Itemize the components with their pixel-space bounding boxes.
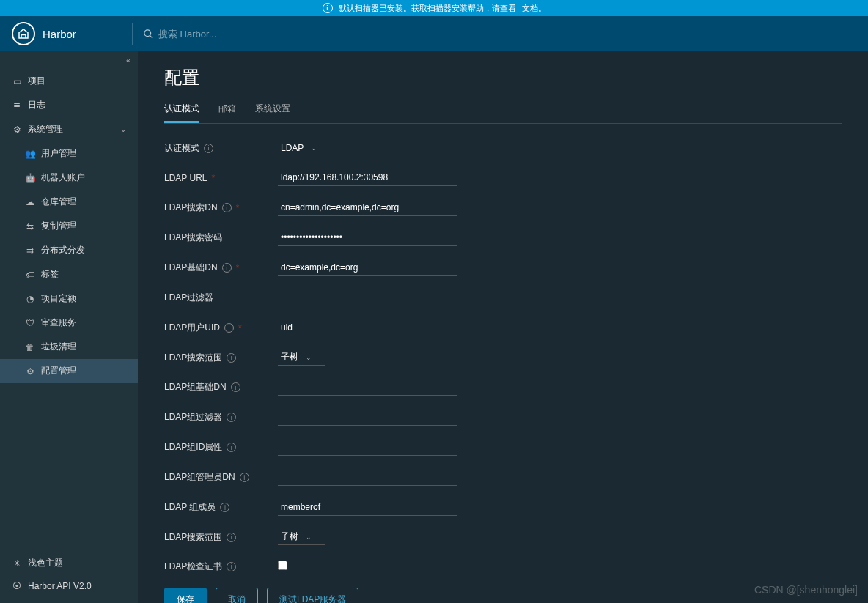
sidebar-item-label: 项目 [28,75,45,87]
sidebar-item-label: 复制管理 [41,220,76,232]
tag-icon: 🏷 [25,270,35,280]
chevron-down-icon: ⌄ [306,354,312,361]
ldap-verify-cert-checkbox[interactable] [278,561,287,570]
distribute-icon: ⇉ [25,245,35,256]
sidebar-item-api[interactable]: ⦿Harbor API V2.0 [0,575,138,597]
info-icon[interactable]: i [220,503,229,512]
info-icon[interactable]: i [240,473,249,482]
ldap-base-dn-input[interactable] [278,259,457,276]
cancel-button[interactable]: 取消 [216,588,258,603]
divider [132,23,133,45]
robot-icon: 🤖 [25,173,35,183]
ldap-search-dn-input[interactable] [278,199,457,216]
sidebar-item-robot[interactable]: 🤖机器人账户 [0,166,138,190]
ldap-search-pwd-input[interactable] [278,229,457,246]
ldap-group-base-dn-input[interactable] [278,379,457,396]
page-title: 配置 [164,66,842,89]
info-icon[interactable]: i [227,443,236,452]
ldap-group-admin-dn-input[interactable] [278,469,457,486]
projects-icon: ▭ [12,76,22,86]
sidebar-item-config[interactable]: ⚙配置管理 [0,359,138,383]
label-ldap-search-pwd: LDAP搜索密码 [164,232,222,244]
ldap-scope-select[interactable]: 子树⌄ [278,349,325,366]
label-ldap-base-dn: LDAP基础DN [164,262,218,274]
search-box[interactable] [143,29,856,40]
sidebar-item-audit[interactable]: 🛡审查服务 [0,311,138,335]
ldap-group-id-input[interactable] [278,439,457,456]
info-icon[interactable]: i [227,562,236,571]
sidebar-item-users[interactable]: 👥用户管理 [0,141,138,166]
chevron-down-icon: ⌄ [306,533,312,541]
required-marker: * [238,323,242,333]
auth-mode-select[interactable]: LDAP⌄ [278,141,330,155]
collapse-sidebar-button[interactable]: « [0,51,138,69]
label-ldap-filter: LDAP过滤器 [164,292,213,304]
sun-icon: ☀ [12,558,22,569]
users-icon: 👥 [25,149,35,159]
label-ldap-scope: LDAP搜索范围 [164,352,222,364]
app-name: Harbor [43,28,76,40]
label-ldap-group-base-dn: LDAP组基础DN [164,381,227,393]
sidebar-item-replicate[interactable]: ⇆复制管理 [0,214,138,238]
info-icon[interactable]: i [227,413,236,422]
sidebar-item-quota[interactable]: ◔项目定额 [0,286,138,311]
tab-auth[interactable]: 认证模式 [164,103,199,123]
sidebar-item-label: 配置管理 [41,365,76,377]
test-ldap-button[interactable]: 测试LDAP服务器 [267,588,358,603]
quota-icon: ◔ [25,294,35,304]
info-icon[interactable]: i [227,533,236,542]
sidebar-item-label: 日志 [28,99,45,111]
ldap-scope2-select[interactable]: 子树⌄ [278,529,325,545]
label-ldap-uid: LDAP用户UID [164,322,220,334]
sidebar-item-tags[interactable]: 🏷标签 [0,262,138,286]
sidebar-item-gc[interactable]: 🗑垃圾清理 [0,335,138,359]
label-ldap-group-member: LDAP 组成员 [164,501,216,514]
label-ldap-group-filter: LDAP组过滤器 [164,411,222,423]
tabs: 认证模式 邮箱 系统设置 [164,103,842,124]
harbor-logo-icon [12,22,35,45]
search-input[interactable] [158,29,378,40]
svg-point-0 [144,29,151,36]
ldap-url-input[interactable] [278,169,457,186]
sidebar-item-label: Harbor API V2.0 [28,581,92,591]
admin-icon: ⚙ [12,125,22,135]
sidebar-item-label: 审查服务 [41,317,76,329]
sidebar-item-label: 系统管理 [28,123,63,136]
sidebar-item-label: 标签 [41,268,59,281]
logo[interactable]: Harbor [12,22,122,45]
info-icon[interactable]: i [222,263,232,273]
info-icon[interactable]: i [231,382,240,392]
ldap-group-member-input[interactable] [278,499,457,516]
search-icon [143,29,154,40]
info-icon[interactable]: i [222,203,232,212]
ldap-uid-input[interactable] [278,319,457,336]
sidebar-item-logs[interactable]: ≣ 日志 [0,93,138,117]
required-marker: * [236,263,240,273]
ldap-group-filter-input[interactable] [278,409,457,426]
nav: ▭ 项目 ≣ 日志 ⚙ 系统管理 ⌄ 👥用户管理 🤖机器人账户 ☁仓库管理 ⇆复… [0,69,138,545]
sidebar-item-label: 机器人账户 [41,171,85,184]
sidebar: « ▭ 项目 ≣ 日志 ⚙ 系统管理 ⌄ 👥用户管理 🤖机器人账户 ☁仓库管理 … [0,51,138,603]
sidebar-item-projects[interactable]: ▭ 项目 [0,69,138,93]
save-button[interactable]: 保存 [164,588,207,603]
tab-email[interactable]: 邮箱 [218,103,236,123]
main-content: 配置 认证模式 邮箱 系统设置 认证模式iLDAP⌄ LDAP URL* LDA… [138,51,868,603]
sidebar-item-distribute[interactable]: ⇉分布式分发 [0,238,138,262]
info-icon: i [323,3,333,13]
info-icon[interactable]: i [227,353,236,363]
logs-icon: ≣ [12,100,22,111]
svg-line-1 [150,35,152,38]
info-icon[interactable]: i [224,323,234,333]
tab-system[interactable]: 系统设置 [255,103,290,123]
banner-link[interactable]: 文档。 [522,3,546,14]
info-icon[interactable]: i [204,144,213,153]
sidebar-item-admin[interactable]: ⚙ 系统管理 ⌄ [0,117,138,141]
sidebar-item-repo[interactable]: ☁仓库管理 [0,190,138,214]
api-icon: ⦿ [12,581,22,591]
sidebar-item-theme[interactable]: ☀浅色主题 [0,551,138,575]
ldap-filter-input[interactable] [278,289,457,306]
trash-icon: 🗑 [25,342,35,352]
sidebar-footer: ☀浅色主题 ⦿Harbor API V2.0 [0,545,138,603]
required-marker: * [211,173,215,183]
required-marker: * [236,203,240,213]
